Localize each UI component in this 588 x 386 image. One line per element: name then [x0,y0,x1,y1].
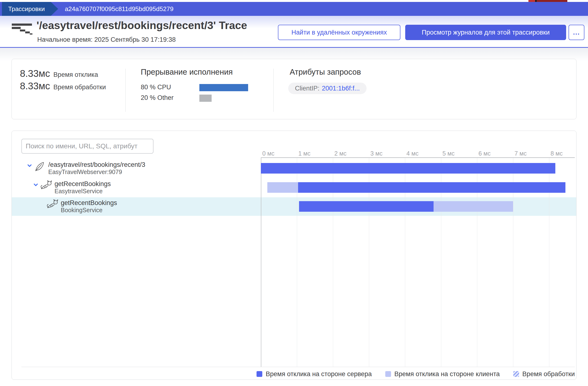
response-time-value: 8.33мс [20,68,50,79]
axis-tick-label: 6 мс [479,150,491,157]
chevron-down-icon[interactable] [25,163,34,169]
span-service: EasytravelService [55,188,111,195]
processing-time-label: Время обработки [53,83,106,91]
more-actions-button[interactable]: ... [568,25,584,40]
timeline-axis-line [261,157,575,158]
axis-tick-label: 1 мс [298,150,311,157]
row-text: /easytravel/rest/bookings/recent/3EasyTr… [48,161,145,176]
axis-tick-label: 3 мс [370,150,383,157]
span-name: getRecentBookings [61,199,117,207]
legend-separator [21,367,575,367]
axis-tick-label: 2 мс [334,150,347,157]
tomcat-icon [46,199,60,211]
span-service: BookingService [61,207,117,214]
search-input[interactable] [21,139,153,154]
axis-tick-label: 4 мс [406,150,419,157]
response-time-metric: 8.33мсВремя отклика [20,68,98,79]
row-text: getRecentBookingsEasytravelService [55,180,111,195]
attribute-value-link[interactable]: 2001:1b6f:f... [322,85,360,92]
server-time-bar[interactable] [298,182,566,193]
breadcrumb-label: Трассировки [8,5,45,13]
response-time-label: Время отклика [53,71,98,78]
legend-swatch-processing [513,371,519,377]
row-text: getRecentBookingsBookingService [61,199,117,214]
trace-waterfall-icon [12,23,33,36]
legend-item-processing: Время обработки [513,370,575,378]
request-attributes-title: Атрибуты запросов [290,67,361,77]
execution-breakdown-title: Прерывание исполнения [141,67,233,77]
legend-item-server: Время отклика на стороне сервера [256,370,372,378]
client-ip-attribute-pill[interactable]: ClientIP: 2001:1b6f:f... [288,82,367,94]
span-name: /easytravel/rest/bookings/recent/3 [48,161,145,168]
tomcat-icon [40,180,54,192]
timeline-gridline [261,158,261,367]
summary-divider [273,69,273,112]
top-nav-bar: Трассировки a24a760707f0095c811d95bd095d… [0,2,588,16]
attribute-key: ClientIP: [295,85,319,92]
legend-label: Время отклика на стороне сервера [266,370,372,378]
breakdown-bar [199,95,212,102]
breadcrumb-traces-tab[interactable]: Трассировки [2,2,58,16]
span-name: getRecentBookings [55,180,111,188]
legend-swatch-client [385,371,391,377]
span-service: EasyTravelWebserver:9079 [48,168,145,176]
legend-swatch-server [256,371,262,377]
start-time-label: Начальное время: 2025 Сентябрь 30 17:19:… [37,36,176,43]
client-time-bar[interactable] [434,201,513,212]
timing-legend: Время отклика на стороне сервераВремя от… [12,369,575,379]
page-title: '/easytravel/rest/bookings/recent/3' Tra… [37,19,247,32]
chevron-down-icon[interactable] [31,182,40,188]
processing-time-value: 8.33мс [20,81,50,91]
legend-item-client: Время отклика на стороне клиента [385,370,500,378]
apache-feather-icon [34,161,48,173]
trace-id-breadcrumb[interactable]: a24a760707f0095c811d95bd095d5279 [65,2,173,16]
trace-waterfall-panel: 0 мс1 мс2 мс3 мс4 мс5 мс6 мс7 мс8 мс /ea… [12,131,576,380]
legend-label: Время обработки [523,370,575,378]
axis-tick-label: 8 мс [550,150,563,157]
client-time-bar[interactable] [267,182,298,193]
axis-tick-label: 7 мс [514,150,527,157]
view-logs-for-trace-button[interactable]: Просмотр журналов для этой трассировки [405,25,566,40]
trace-summary-panel: 8.33мсВремя отклика 8.33мсВремя обработк… [12,59,576,119]
page-header: '/easytravel/rest/bookings/recent/3' Tra… [0,16,588,48]
breakdown-bar [199,84,248,91]
find-in-remote-environments-button[interactable]: Найти в удалённых окружениях [278,25,400,40]
breakdown-label: 80 % CPU [141,83,171,91]
server-time-bar[interactable] [299,201,434,212]
axis-tick-label: 0 мс [262,150,274,157]
axis-tick-label: 5 мс [442,150,455,157]
server-time-bar[interactable] [261,163,555,174]
processing-time-metric: 8.33мсВремя обработки [20,81,106,91]
legend-label: Время отклика на стороне клиента [394,370,500,378]
breakdown-label: 20 % Other [141,94,174,102]
page-body: 8.33мсВремя отклика 8.33мсВремя обработк… [0,48,588,386]
